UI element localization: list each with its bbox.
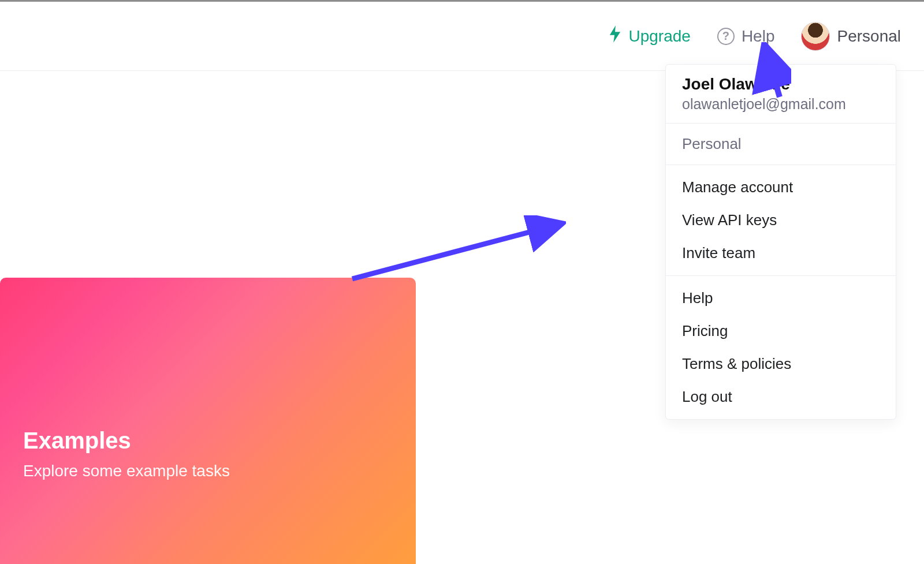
upgrade-label: Upgrade bbox=[628, 27, 690, 46]
menu-user-block: Joel Olawanle olawanletjoel@gmail.com bbox=[666, 65, 896, 123]
account-label: Personal bbox=[837, 27, 901, 46]
menu-workspace[interactable]: Personal bbox=[666, 124, 896, 165]
menu-item-pricing[interactable]: Pricing bbox=[666, 315, 896, 348]
menu-item-view-api-keys[interactable]: View API keys bbox=[666, 204, 896, 237]
menu-group-misc: Help Pricing Terms & policies Log out bbox=[666, 276, 896, 419]
account-menu-trigger[interactable]: Personal bbox=[801, 22, 901, 51]
help-icon: ? bbox=[717, 28, 735, 45]
menu-group-account: Manage account View API keys Invite team bbox=[666, 165, 896, 275]
help-button[interactable]: ? Help bbox=[717, 27, 775, 46]
menu-item-terms[interactable]: Terms & policies bbox=[666, 348, 896, 380]
avatar bbox=[801, 22, 830, 51]
annotation-arrow-icon bbox=[346, 215, 566, 285]
card-title: Examples bbox=[23, 428, 393, 454]
svg-marker-0 bbox=[610, 25, 620, 42]
help-label: Help bbox=[742, 27, 775, 46]
menu-user-email: olawanletjoel@gmail.com bbox=[682, 96, 880, 113]
account-dropdown: Joel Olawanle olawanletjoel@gmail.com Pe… bbox=[665, 64, 896, 420]
menu-user-name: Joel Olawanle bbox=[682, 75, 880, 94]
top-header: Upgrade ? Help Personal bbox=[0, 2, 924, 71]
examples-card[interactable]: Examples Explore some example tasks bbox=[0, 278, 416, 564]
menu-item-logout[interactable]: Log out bbox=[666, 380, 896, 413]
upgrade-button[interactable]: Upgrade bbox=[609, 25, 690, 47]
card-subtitle: Explore some example tasks bbox=[23, 462, 393, 480]
lightning-icon bbox=[609, 25, 621, 47]
svg-line-2 bbox=[352, 224, 560, 279]
menu-item-manage-account[interactable]: Manage account bbox=[666, 171, 896, 204]
menu-item-help[interactable]: Help bbox=[666, 282, 896, 315]
menu-item-invite-team[interactable]: Invite team bbox=[666, 237, 896, 270]
